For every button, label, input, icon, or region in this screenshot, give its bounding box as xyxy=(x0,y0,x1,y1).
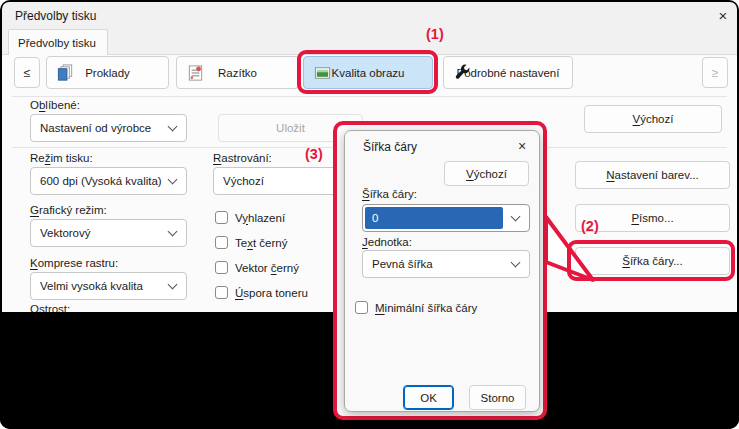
ok-button[interactable]: OK xyxy=(403,385,454,410)
checkbox-icon xyxy=(355,301,368,314)
favorites-value: Nastavení od výrobce xyxy=(40,122,151,134)
scroll-left-icon: ≤ xyxy=(24,66,31,80)
dialog-unit-label: Jednotka: xyxy=(362,236,412,248)
window-title: Předvolby tisku xyxy=(15,9,96,23)
color-settings-button[interactable]: Nastavení barev... xyxy=(575,161,730,189)
separator xyxy=(12,96,727,97)
screening-value: Výchozí xyxy=(223,175,264,187)
dialog-line-width-label: Šířka čáry: xyxy=(362,188,417,200)
scroll-tabs-left-button[interactable]: ≤ xyxy=(14,57,40,88)
checkbox-icon xyxy=(215,286,228,299)
cancel-button[interactable]: Storno xyxy=(469,385,526,410)
tab-covers[interactable]: Proklady xyxy=(46,56,169,89)
annotation-label-3: (3) xyxy=(305,146,323,162)
defaults-button[interactable]: Výchozí xyxy=(584,105,722,133)
min-line-width-checkbox[interactable]: Minimální šířka čáry xyxy=(355,301,477,314)
raster-compression-label: Komprese rastru: xyxy=(30,257,118,269)
toner-save-checkbox[interactable]: Úspora toneru xyxy=(215,286,308,299)
dialog-title: Šířka čáry xyxy=(363,140,417,154)
save-button-label: Uložit xyxy=(276,122,305,134)
annotation-label-1: (1) xyxy=(426,26,444,42)
annotation-box-2 xyxy=(567,240,735,281)
checkbox-icon xyxy=(215,236,228,249)
text-black-checkbox-label: Text černý xyxy=(235,237,287,249)
vector-black-checkbox-label: Vektor černý xyxy=(235,262,299,274)
dialog-default-button[interactable]: Výchozí xyxy=(444,161,529,186)
font-button-label: Písmo... xyxy=(631,212,673,224)
unit-select[interactable]: Pevná šířka xyxy=(362,250,530,278)
stamp-icon xyxy=(186,63,205,82)
tab-printing-preferences-label: Předvolby tisku xyxy=(18,37,96,49)
checkbox-icon xyxy=(215,261,228,274)
screenshot-frame: Předvolby tisku × Předvolby tisku ≤ Prok… xyxy=(0,0,739,429)
chevron-down-icon xyxy=(511,212,521,222)
dialog-close-icon[interactable]: × xyxy=(513,137,531,155)
line-width-combo-value: 0 xyxy=(365,207,503,229)
smoothing-checkbox[interactable]: Vyhlazení xyxy=(215,211,285,224)
tab-printing-preferences[interactable]: Předvolby tisku xyxy=(8,29,108,55)
chevron-down-icon xyxy=(511,258,521,268)
graphics-mode-value: Vektorový xyxy=(40,227,91,239)
tab-stamp-label: Razítko xyxy=(218,67,257,79)
print-mode-label: Režim tisku: xyxy=(30,152,93,164)
raster-compression-select[interactable]: Velmi vysoká kvalita xyxy=(30,272,187,300)
graphics-mode-label: Grafický režim: xyxy=(30,204,107,216)
vector-black-checkbox[interactable]: Vektor černý xyxy=(215,261,299,274)
tab-detailed-settings[interactable]: Podrobné nastavení xyxy=(443,56,573,89)
line-width-combo[interactable]: 0 xyxy=(362,204,530,232)
color-settings-button-label: Nastavení barev... xyxy=(606,169,698,181)
unit-select-value: Pevná šířka xyxy=(372,258,433,270)
annotation-label-2: (2) xyxy=(581,218,599,234)
toner-save-checkbox-label: Úspora toneru xyxy=(235,287,308,299)
ok-button-label: OK xyxy=(420,392,437,404)
defaults-button-label: Výchozí xyxy=(633,113,674,125)
checkbox-icon xyxy=(215,211,228,224)
favorites-select[interactable]: Nastavení od výrobce xyxy=(30,114,187,142)
print-mode-select[interactable]: 600 dpi (Vysoká kvalita) xyxy=(30,167,187,195)
text-black-checkbox[interactable]: Text černý xyxy=(215,236,287,249)
min-line-width-checkbox-label: Minimální šířka čáry xyxy=(375,302,477,314)
graphics-mode-select[interactable]: Vektorový xyxy=(30,219,187,247)
raster-compression-value: Velmi vysoká kvalita xyxy=(40,280,143,292)
cancel-button-label: Storno xyxy=(481,392,515,404)
screening-label: Rastrování: xyxy=(213,152,272,164)
annotation-box-1 xyxy=(297,50,438,94)
window-close-icon[interactable]: × xyxy=(712,5,734,25)
chevron-down-icon xyxy=(168,175,178,185)
tab-stamp[interactable]: Razítko xyxy=(176,56,299,89)
print-mode-value: 600 dpi (Vysoká kvalita) xyxy=(40,175,162,187)
pages-icon xyxy=(56,63,75,82)
favorites-label: Oblíbené: xyxy=(30,99,80,111)
chevron-down-icon xyxy=(168,227,178,237)
scroll-tabs-right-button[interactable]: ≥ xyxy=(702,57,728,88)
chevron-down-icon xyxy=(168,122,178,132)
line-width-dialog: Šířka čáry × Výchozí Šířka čáry: 0 Jedno… xyxy=(344,130,540,412)
scroll-right-icon: ≥ xyxy=(712,66,719,80)
tab-covers-label: Proklady xyxy=(85,67,130,79)
smoothing-checkbox-label: Vyhlazení xyxy=(235,212,285,224)
wrench-icon xyxy=(453,63,472,82)
dialog-default-button-label: Výchozí xyxy=(466,168,507,180)
chevron-down-icon xyxy=(168,280,178,290)
